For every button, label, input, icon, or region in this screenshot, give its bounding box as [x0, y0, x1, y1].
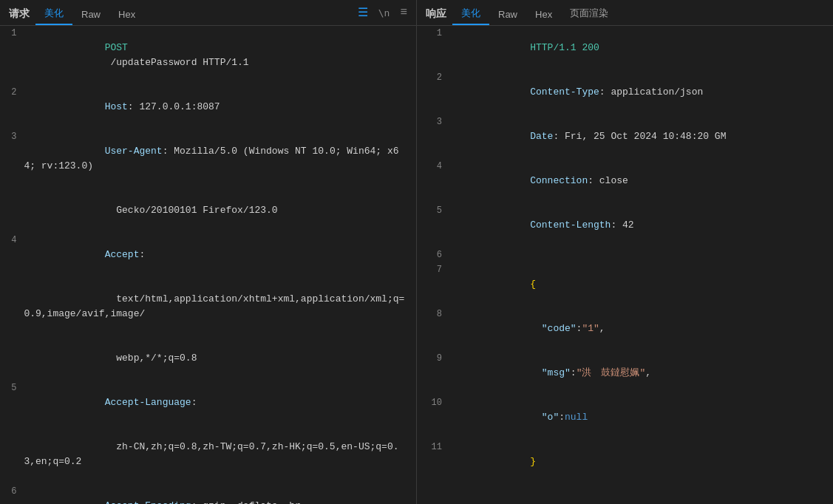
request-code-table: 1 POST /updatePassword HTTP/1.1 2 Host: …: [0, 26, 416, 504]
request-toolbar-icons: ☰ \n ≡: [355, 4, 410, 24]
response-panel: 响应 美化 Raw Hex 页面渲染 1 HTTP/1.1 200: [417, 0, 833, 504]
table-row: 8 "code":"1",: [417, 307, 833, 351]
response-panel-header: 响应 美化 Raw Hex 页面渲染: [417, 0, 833, 26]
tab-response-beautify[interactable]: 美化: [452, 3, 489, 25]
table-row: 2 Host: 127.0.0.1:8087: [0, 85, 416, 129]
tab-request-beautify[interactable]: 美化: [35, 3, 72, 25]
table-row: text/html,application/xhtml+xml,applicat…: [0, 277, 416, 336]
response-panel-title: 响应: [423, 4, 452, 24]
main-container: 请求 美化 Raw Hex ☰ \n ≡ 1 POST: [0, 0, 833, 504]
tab-request-hex[interactable]: Hex: [109, 5, 144, 25]
table-row: 2 Content-Type: application/json: [417, 70, 833, 115]
table-row: 5 Content-Length: 42: [417, 203, 833, 248]
request-panel-title: 请求: [6, 4, 35, 24]
table-row: 4 Connection: close: [417, 159, 833, 203]
table-row: Gecko/20100101 Firefox/123.0: [0, 188, 416, 233]
tab-response-render[interactable]: 页面渲染: [561, 3, 617, 25]
table-row: 3 Date: Fri, 25 Oct 2024 10:48:20 GM: [417, 115, 833, 159]
table-row: webp,*/*;q=0.8: [0, 336, 416, 381]
table-row: 5 Accept-Language:: [0, 381, 416, 425]
table-row: 10 "o":null: [417, 395, 833, 440]
response-code-table: 1 HTTP/1.1 200 2 Content-Type: applicati…: [417, 26, 833, 484]
response-code-area: 1 HTTP/1.1 200 2 Content-Type: applicati…: [417, 26, 833, 504]
tab-response-raw[interactable]: Raw: [489, 5, 526, 25]
request-panel-header: 请求 美化 Raw Hex ☰ \n ≡: [0, 0, 416, 26]
table-row: 11 }: [417, 440, 833, 484]
table-row: 1 HTTP/1.1 200: [417, 26, 833, 70]
table-row: 9 "msg":"洪 鼓鐽慰姵",: [417, 351, 833, 395]
tab-response-hex[interactable]: Hex: [526, 5, 561, 25]
menu-icon[interactable]: ≡: [397, 4, 410, 21]
request-tab-bar: 美化 Raw Hex: [35, 3, 355, 25]
format-icon[interactable]: ☰: [355, 4, 371, 21]
table-row: 6: [417, 248, 833, 262]
table-row: 6 Accept-Encoding: gzip, deflate, br: [0, 484, 416, 504]
request-panel: 请求 美化 Raw Hex ☰ \n ≡ 1 POST: [0, 0, 417, 504]
table-row: 4 Accept:: [0, 233, 416, 277]
newline-icon[interactable]: \n: [375, 6, 393, 20]
table-row: zh-CN,zh;q=0.8,zh-TW;q=0.7,zh-HK;q=0.5,e…: [0, 425, 416, 484]
table-row: 1 POST /updatePassword HTTP/1.1: [0, 26, 416, 85]
table-row: 7 {: [417, 262, 833, 307]
tab-request-raw[interactable]: Raw: [72, 5, 109, 25]
table-row: 3 User-Agent: Mozilla/5.0 (Windows NT 10…: [0, 129, 416, 188]
method-token: POST: [105, 42, 128, 53]
request-code-area: 1 POST /updatePassword HTTP/1.1 2 Host: …: [0, 26, 416, 504]
response-tab-bar: 美化 Raw Hex 页面渲染: [452, 3, 827, 25]
